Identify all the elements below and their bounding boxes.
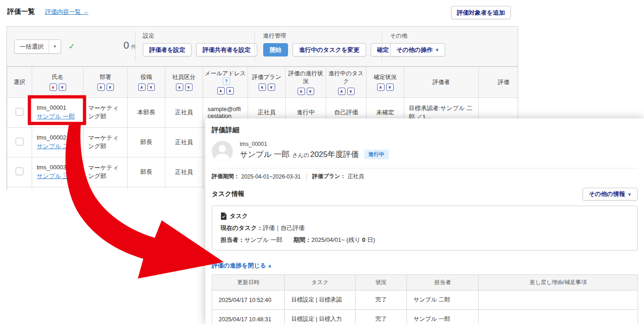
- cell-position: 本部長: [128, 98, 165, 128]
- col-return-reason: 差し戻し理由/補足事項: [479, 275, 638, 290]
- sort-desc-icon[interactable]: ∨: [185, 84, 192, 91]
- cell-return-reason: [479, 310, 638, 324]
- sort-asc-icon[interactable]: ∧: [338, 88, 345, 95]
- cell-department: マーケティング部: [84, 98, 128, 128]
- sort-desc-icon[interactable]: ∨: [59, 84, 66, 91]
- evaluation-name: 2025年度評価: [310, 149, 359, 160]
- add-evaluatee-button[interactable]: 評価対象者を追加: [451, 6, 511, 19]
- detail-title: 評価詳細: [212, 126, 638, 134]
- more-info-label: その他の情報: [589, 190, 625, 198]
- col-employee-type: 社員区分 ∧∨: [165, 67, 203, 98]
- change-current-task-button[interactable]: 進行中のタスクを変更: [293, 43, 366, 56]
- col-evaluation: 評価: [479, 67, 519, 98]
- bulk-select-dropdown[interactable]: 一括選択 ▼: [14, 39, 61, 54]
- cell-task: 目標設定 | 目標入力: [285, 310, 356, 324]
- col-position: 役職 ∧∨: [128, 67, 165, 98]
- progress-group-label: 進行管理: [263, 32, 286, 40]
- sort-asc-icon[interactable]: ∧: [377, 84, 384, 91]
- divider: [306, 173, 307, 180]
- col-current-task: 進行中のタスク ∧∨: [326, 67, 367, 98]
- col-email: メールアドレス? ∧∨: [203, 67, 248, 98]
- cell-updated-at: 2025/04/17 10:52:40: [212, 290, 285, 310]
- row-checkbox[interactable]: [16, 138, 23, 145]
- col-select: 選択: [7, 67, 32, 98]
- close-progress-label: 評価の進捗を閉じる: [212, 262, 266, 269]
- count-unit: 件: [131, 44, 136, 50]
- cell-task: 目標設定 | 目標承認: [285, 290, 356, 310]
- sort-asc-icon[interactable]: ∧: [259, 84, 266, 91]
- confirm-button-label: 確定: [377, 46, 389, 54]
- col-status: 状況: [356, 275, 407, 290]
- progress-table: 更新日時 タスク 状況 担当者 差し戻し理由/補足事項 2025/04/17 1…: [212, 274, 638, 324]
- cell-employee-type: 正社員: [165, 128, 203, 157]
- current-task-value: 評価｜自己評価: [263, 224, 305, 232]
- task-card-title: タスク: [230, 212, 248, 220]
- cell-department: マーケティング部: [84, 128, 128, 157]
- col-department: 部署 ∧∨: [84, 67, 128, 98]
- sort-desc-icon[interactable]: ∨: [307, 88, 314, 95]
- sort-desc-icon[interactable]: ∨: [226, 87, 234, 95]
- selected-count: 0件: [109, 39, 136, 51]
- other-actions-label: その他の操作: [396, 46, 433, 54]
- sort-desc-icon[interactable]: ∨: [107, 84, 114, 91]
- settings-group-label: 設定: [143, 32, 154, 40]
- check-icon: ✓: [68, 42, 75, 51]
- caret-down-icon[interactable]: ▼: [49, 40, 61, 53]
- plan-value: 正社員: [348, 173, 364, 180]
- progress-header-row: 更新日時 タスク 状況 担当者 差し戻し理由/補足事項: [212, 275, 638, 290]
- task-document-icon: [220, 212, 226, 220]
- close-progress-link[interactable]: 評価の進捗を閉じる∧: [212, 262, 638, 270]
- col-evaluation-progress: 評価の進行状況 ∧∨: [286, 67, 326, 98]
- sort-desc-icon[interactable]: ∨: [347, 88, 355, 95]
- assignee-value: サンプル 一郎: [244, 236, 282, 244]
- set-evaluation-sharer-button[interactable]: 評価共有者を設定: [196, 43, 257, 56]
- more-info-button[interactable]: その他の情報 ∨: [582, 188, 638, 201]
- cell-position: 部長: [128, 157, 165, 187]
- others-group-label: その他: [390, 32, 407, 40]
- progress-row: 2025/04/17 10:52:40 目標設定 | 目標承認 完了 サンプル …: [212, 290, 638, 310]
- task-period-value: 2025/04/01~ (残り 0 日): [311, 236, 375, 244]
- employee-id: tms_00001: [37, 104, 66, 111]
- sort-asc-icon[interactable]: ∧: [97, 84, 105, 91]
- other-actions-button[interactable]: その他の操作 ∨: [390, 43, 445, 56]
- sort-asc-icon[interactable]: ∧: [298, 88, 305, 95]
- start-button[interactable]: 開始: [263, 43, 288, 56]
- cell-status: 完了: [356, 310, 407, 324]
- set-evaluator-button[interactable]: 評価者を設定: [143, 43, 192, 56]
- row-checkbox[interactable]: [16, 168, 23, 175]
- assignee-label: 担当者：: [220, 236, 244, 244]
- cell-position: 部長: [128, 128, 165, 157]
- employee-name-link[interactable]: サンプル 一郎: [37, 112, 75, 121]
- evaluation-meta: 評価期間： 2025-04-01~2026-03-31 評価プラン： 正社員: [212, 168, 638, 180]
- evaluation-content-list-link[interactable]: 評価内容一覧 →: [45, 8, 89, 16]
- col-assignee: 担当者: [407, 275, 479, 290]
- sort-asc-icon[interactable]: ∧: [217, 87, 225, 95]
- employee-id: tms_00003: [37, 164, 66, 171]
- help-icon[interactable]: ?: [223, 78, 230, 85]
- row-checkbox[interactable]: [16, 108, 23, 116]
- col-name: 氏名 ∧∨: [32, 67, 84, 98]
- toolbar-divider: [254, 31, 255, 61]
- task-card: タスク 現在のタスク： 評価｜自己評価 担当者： サンプル 一郎 期間： 202…: [212, 206, 638, 251]
- sort-asc-icon[interactable]: ∧: [50, 84, 57, 91]
- col-confirm-status: 確定状況 ∧∨: [367, 67, 404, 98]
- col-updated-at: 更新日時: [212, 275, 285, 290]
- cell-status: 完了: [356, 290, 407, 310]
- employee-name-link[interactable]: サンプル 三郎: [37, 172, 75, 180]
- employee-name-link[interactable]: サンプル 二郎: [37, 142, 75, 151]
- cell-assignee: サンプル 二郎: [407, 290, 479, 310]
- others-group: その他の操作 ∨: [390, 43, 445, 56]
- sort-desc-icon[interactable]: ∨: [147, 84, 155, 91]
- name-suffix: さんの: [292, 151, 309, 159]
- sort-asc-icon[interactable]: ∧: [138, 84, 146, 91]
- sort-asc-icon[interactable]: ∧: [176, 84, 183, 91]
- toolbar-divider: [135, 31, 136, 61]
- sort-desc-icon[interactable]: ∨: [386, 84, 394, 91]
- col-task: タスク: [285, 275, 356, 290]
- chevron-up-icon: ∧: [268, 263, 271, 268]
- bulk-select-label: 一括選択: [15, 40, 49, 53]
- sort-desc-icon[interactable]: ∨: [268, 84, 275, 91]
- col-evaluation-plan: 評価プラン ∧∨: [248, 67, 286, 98]
- toolbar-divider: [382, 31, 382, 61]
- col-evaluator: 評価者: [404, 67, 479, 98]
